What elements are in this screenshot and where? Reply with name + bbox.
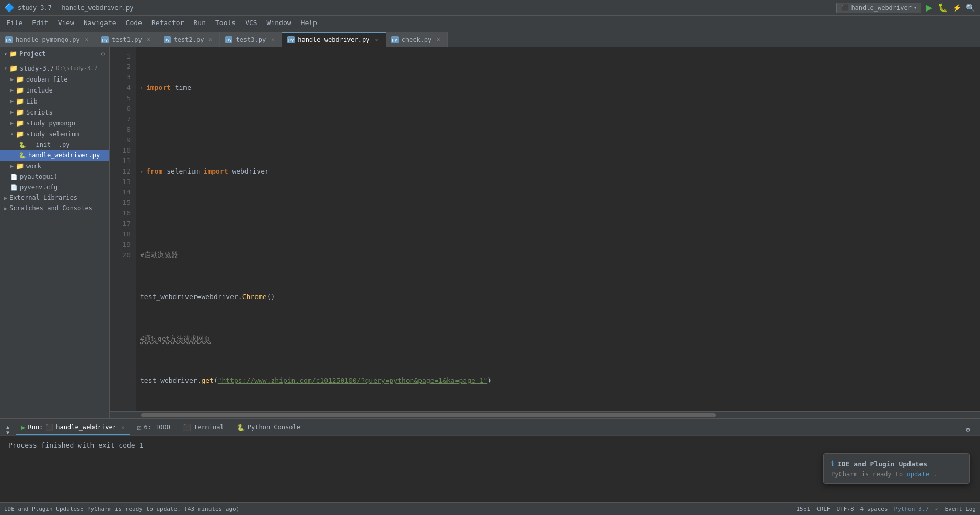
status-crlf[interactable]: CRLF	[816, 506, 831, 512]
tab-close-check[interactable]: ×	[435, 36, 442, 43]
tab-close-test2[interactable]: ×	[207, 36, 214, 43]
ln-12: 12	[110, 166, 136, 177]
bottom-tab-terminal[interactable]: ⬛ Terminal	[178, 420, 229, 435]
tab-handle-webdriver[interactable]: py handle_webdriver.py ×	[282, 32, 386, 47]
sidebar-item-study-pymongo[interactable]: ▶ 📁 study_pymongo	[0, 118, 109, 129]
eq-6: =	[197, 292, 202, 302]
sidebar-item-study-selenium[interactable]: ▾ 📁 study_selenium	[0, 129, 109, 140]
sidebar-item-include[interactable]: ▶ 📁 Include	[0, 85, 109, 96]
menu-window[interactable]: Window	[263, 17, 296, 28]
menu-tools[interactable]: Tools	[211, 17, 240, 28]
paren-8a: (	[214, 375, 218, 386]
bottom-tab-todo[interactable]: ☑ 6: TODO	[132, 420, 176, 435]
sidebar-item-init[interactable]: 🐍 __init__.py	[0, 140, 109, 150]
kw-import-1: import	[146, 83, 171, 93]
menu-view[interactable]: View	[54, 17, 78, 28]
status-spaces[interactable]: 4 spaces	[860, 506, 888, 512]
tab-close-handle-pymongo[interactable]: ×	[83, 36, 90, 43]
settings-icon-button[interactable]: ⚙	[962, 424, 974, 435]
sidebar-root-label: study-3.7	[20, 65, 54, 72]
tab-label-test1: test1.py	[112, 36, 142, 43]
fold-1[interactable]: ▸	[140, 83, 146, 93]
sidebar-item-work[interactable]: ▶ 📁 work	[0, 161, 109, 171]
sidebar-item-external-libraries[interactable]: ▶ External Libraries	[0, 192, 109, 203]
sidebar-project-header[interactable]: ▾ 📁 Project ⚙	[0, 47, 109, 61]
sidebar-handle-webdriver-label: handle_webdriver.py	[28, 152, 100, 159]
sidebar-item-scripts[interactable]: ▶ 📁 Scripts	[0, 107, 109, 118]
bottom-panel-tools: ⚙	[962, 424, 976, 435]
menu-file[interactable]: File	[2, 17, 27, 28]
debug-button[interactable]: 🐛	[937, 2, 949, 14]
sidebar-lib-label: Lib	[26, 98, 38, 105]
pyautogui-file-icon: 📄	[10, 174, 18, 180]
fold-3[interactable]: ▸	[140, 166, 146, 177]
sidebar-item-pyautogui[interactable]: 📄 pyautogui)	[0, 171, 109, 182]
ln-7: 7	[110, 114, 136, 124]
scripts-folder-icon: 📁	[16, 108, 24, 116]
content-area: ▾ 📁 Project ⚙ ▾ 📁 study-3.7 D:\study-3.7…	[0, 47, 980, 418]
run-button[interactable]: ▶	[924, 2, 935, 14]
tab-check[interactable]: py check.py ×	[386, 32, 448, 47]
menu-edit[interactable]: Edit	[28, 17, 52, 28]
sidebar-root[interactable]: ▾ 📁 study-3.7 D:\study-3.7	[0, 63, 109, 74]
scroll-up-button[interactable]: ▲	[4, 424, 11, 429]
sidebar-item-handle-webdriver[interactable]: 🐍 handle_webdriver.py	[0, 150, 109, 161]
scroll-down-button[interactable]: ▼	[4, 430, 11, 435]
tab-close-handle-webdriver[interactable]: ×	[373, 36, 380, 43]
tab-close-test3[interactable]: ×	[269, 36, 276, 43]
notification-popup: ℹ IDE and Plugin Updates PyCharm is read…	[823, 453, 970, 484]
tab-test3[interactable]: py test3.py ×	[220, 32, 282, 47]
bottom-tab-run[interactable]: ▶ Run: ⬛ handle_webdriver ×	[16, 420, 130, 435]
run-config-selector[interactable]: ⬛ handle_webdriver ▾	[836, 3, 921, 13]
coverage-button[interactable]: ⚡	[951, 2, 962, 14]
python-console-icon: 🐍	[237, 424, 245, 431]
status-event-log[interactable]: Event Log	[944, 506, 976, 512]
sidebar-settings-icon[interactable]: ⚙	[101, 50, 105, 58]
code-container[interactable]: 1 2 3 4 5 6 7 8 9 10 11 12 13 14 15 16 1	[110, 47, 980, 411]
status-python[interactable]: Python 3.7	[894, 506, 929, 512]
space-3a: selenium	[162, 166, 203, 177]
include-folder-icon: 📁	[16, 86, 24, 94]
menu-run[interactable]: Run	[190, 17, 210, 28]
ln-15: 15	[110, 198, 136, 208]
terminal-output-line: Process finished with exit code 1	[8, 440, 972, 451]
sidebar-item-douban-file[interactable]: ▶ 📁 douban_file	[0, 74, 109, 85]
menu-refactor[interactable]: Refactor	[147, 17, 189, 28]
notification-body-text: PyCharm is ready to	[831, 471, 903, 478]
sidebar-item-lib[interactable]: ▶ 📁 Lib	[0, 96, 109, 107]
tab-icon-test1: py	[101, 36, 109, 43]
sidebar-item-pyvenv[interactable]: 📄 pyvenv.cfg	[0, 182, 109, 192]
code-editor[interactable]: ▸ import time ▸ from selenium import	[136, 47, 980, 411]
menu-code[interactable]: Code	[122, 17, 146, 28]
tab-test2[interactable]: py test2.py ×	[158, 32, 220, 47]
editor-area: 1 2 3 4 5 6 7 8 9 10 11 12 13 14 15 16 1	[110, 47, 980, 418]
title-project: study-3.7	[18, 4, 52, 12]
sidebar-item-scratches[interactable]: ▶ Scratches and Consoles	[0, 203, 109, 213]
code-line-8: test_webdriver . get ( "https://www.zhip…	[136, 375, 980, 386]
scrollbar-thumb	[141, 413, 716, 417]
run-tab-close[interactable]: ×	[121, 424, 125, 431]
status-encoding[interactable]: UTF-8	[836, 506, 854, 512]
tab-test1[interactable]: py test1.py ×	[96, 32, 158, 47]
menu-help[interactable]: Help	[297, 17, 321, 28]
menu-navigate[interactable]: Navigate	[79, 17, 121, 28]
code-line-7: #通过get方法请求网页	[136, 334, 980, 344]
dot-8: .	[197, 375, 202, 386]
terminal-icon: ⬛	[183, 424, 191, 431]
ln-1: 1	[110, 51, 136, 62]
horizontal-scrollbar[interactable]	[110, 411, 980, 418]
bottom-tab-python-console[interactable]: 🐍 Python Console	[231, 420, 306, 435]
ln-18: 18	[110, 229, 136, 239]
title-bar-right: ⬛ handle_webdriver ▾ ▶ 🐛 ⚡ 🔍	[836, 2, 976, 14]
ln-6: 6	[110, 104, 136, 114]
ln-19: 19	[110, 239, 136, 250]
sidebar-scratches-label: Scratches and Consoles	[9, 204, 92, 212]
tab-close-test1[interactable]: ×	[145, 36, 153, 43]
status-position[interactable]: 15:1	[796, 506, 810, 512]
tab-handle-pymongo[interactable]: py handle_pymongo.py ×	[0, 32, 96, 47]
menu-vcs[interactable]: VCS	[241, 17, 261, 28]
notification-update-link[interactable]: update	[907, 471, 929, 478]
code-line-6: test_webdriver = webdriver . Chrome ()	[136, 292, 980, 302]
ln-9: 9	[110, 135, 136, 145]
search-everywhere-button[interactable]: 🔍	[964, 2, 976, 14]
